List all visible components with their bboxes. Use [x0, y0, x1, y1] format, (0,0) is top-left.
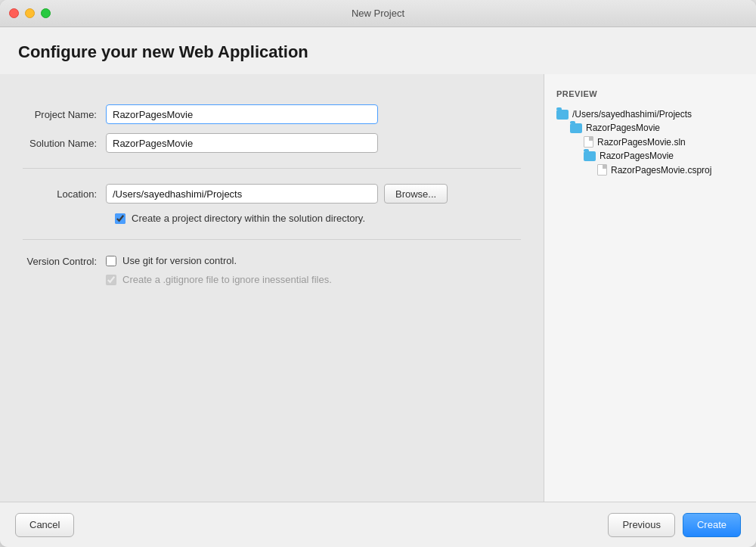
create-gitignore-checkbox[interactable] [106, 275, 116, 285]
project-name-input[interactable] [106, 104, 378, 124]
location-input[interactable] [106, 184, 378, 204]
version-control-options: Use git for version control. Create a .g… [106, 255, 332, 285]
location-section: Location: Browse... Create a project dir… [23, 169, 521, 240]
create-button[interactable]: Create [683, 513, 741, 537]
footer: Cancel Previous Create [0, 502, 756, 547]
location-label: Location: [23, 188, 106, 200]
page-title: Configure your new Web Application [18, 42, 738, 62]
minimize-button[interactable] [25, 8, 35, 18]
tree-view: /Users/sayedhashimi/ProjectsRazorPagesMo… [556, 109, 744, 176]
maximize-button[interactable] [41, 8, 51, 18]
folder-icon [570, 123, 582, 133]
left-panel: Project Name: Solution Name: Location: B… [0, 74, 544, 502]
create-gitignore-item: Create a .gitignore file to ignore iness… [106, 274, 332, 285]
create-directory-label: Create a project directory within the so… [132, 213, 365, 224]
solution-name-input[interactable] [106, 133, 378, 153]
version-control-section: Version Control: Use git for version con… [23, 240, 521, 308]
tree-item-label: RazorPagesMovie [586, 123, 660, 133]
close-button[interactable] [9, 8, 19, 18]
preview-title: PREVIEW [556, 89, 744, 98]
solution-name-row: Solution Name: [23, 133, 521, 153]
version-control-row: Version Control: Use git for version con… [23, 255, 521, 285]
window: New Project Configure your new Web Appli… [0, 0, 756, 547]
tree-item: RazorPagesMovie [556, 123, 744, 133]
tree-item: RazorPagesMovie.csproj [556, 164, 744, 176]
folder-icon [584, 151, 596, 161]
title-bar: New Project [0, 0, 756, 27]
project-name-label: Project Name: [23, 109, 106, 120]
location-row: Location: Browse... [23, 184, 521, 204]
file-icon [584, 136, 593, 148]
tree-item-label: RazorPagesMovie.sln [597, 137, 686, 148]
use-git-item: Use git for version control. [106, 255, 332, 266]
cancel-button[interactable]: Cancel [15, 513, 74, 537]
tree-item-label: RazorPagesMovie.csproj [611, 165, 711, 176]
solution-name-label: Solution Name: [23, 138, 106, 149]
tree-item: /Users/sayedhashimi/Projects [556, 109, 744, 120]
file-icon [597, 164, 607, 176]
browse-button[interactable]: Browse... [384, 184, 448, 204]
footer-left: Cancel [15, 513, 74, 537]
name-section: Project Name: Solution Name: [23, 89, 521, 169]
title-bar-buttons [9, 8, 51, 18]
create-directory-checkbox[interactable] [115, 213, 125, 224]
use-git-label: Use git for version control. [122, 255, 237, 266]
version-control-label: Version Control: [23, 255, 106, 267]
right-panel: PREVIEW /Users/sayedhashimi/ProjectsRazo… [544, 74, 756, 502]
window-title: New Project [352, 8, 404, 19]
create-gitignore-label: Create a .gitignore file to ignore iness… [122, 274, 332, 285]
create-directory-row: Create a project directory within the so… [115, 213, 521, 224]
tree-item-label: RazorPagesMovie [600, 151, 674, 161]
page-header: Configure your new Web Application [0, 27, 756, 74]
tree-item: RazorPagesMovie [556, 151, 744, 161]
folder-icon [556, 110, 569, 120]
main-content: Project Name: Solution Name: Location: B… [0, 74, 756, 502]
footer-right: Previous Create [608, 513, 741, 537]
tree-item-label: /Users/sayedhashimi/Projects [572, 109, 692, 120]
previous-button[interactable]: Previous [608, 513, 675, 537]
tree-item: RazorPagesMovie.sln [556, 136, 744, 148]
project-name-row: Project Name: [23, 104, 521, 124]
use-git-checkbox[interactable] [106, 256, 116, 266]
